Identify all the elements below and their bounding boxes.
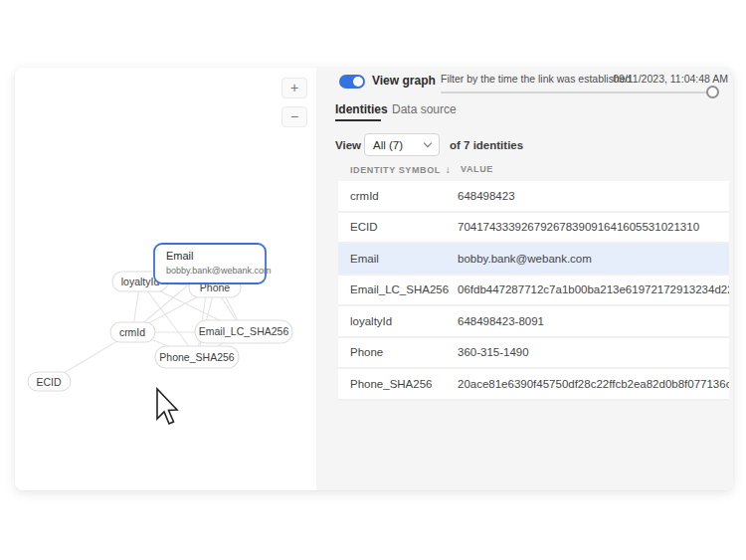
filter-timestamp: 09/11/2023, 11:04:48 AM — [613, 73, 728, 85]
table-row[interactable]: Email_LC_SHA256 06fdb447287712c7a1b00ba2… — [338, 276, 729, 307]
identity-graph-svg: loyaltyId Phone crmId Email_LC_SHA256 Ph… — [15, 68, 316, 490]
time-slider-handle[interactable] — [706, 86, 719, 98]
chevron-down-icon — [424, 139, 432, 147]
table-row[interactable]: ECID 70417433392679267839091641605531021… — [338, 213, 729, 245]
identity-filter-dropdown[interactable]: All (7) — [364, 133, 440, 156]
identity-symbol-cell: loyaltyId — [350, 315, 458, 327]
table-row-selected[interactable]: Email bobby.bank@webank.com — [338, 244, 729, 276]
identities-table: crmId 648498423 ECID 7041743339267926783… — [338, 181, 729, 401]
identity-value-cell: bobby.bank@webank.com — [458, 253, 729, 265]
table-row[interactable]: loyaltyId 648498423-8091 — [338, 306, 729, 338]
identity-value-cell: 70417433392679267839091641605531021310 — [458, 221, 729, 233]
graph-node-email-selected[interactable]: Email bobby.bank@webank.com — [154, 244, 272, 283]
mouse-cursor-icon — [157, 389, 177, 424]
dropdown-selected-value: All (7) — [373, 139, 425, 151]
identity-symbol-cell: Phone — [350, 346, 458, 358]
column-header-value: VALUE — [461, 164, 493, 174]
graph-node-crmid[interactable]: crmId — [110, 322, 155, 342]
toggle-knob — [353, 77, 363, 87]
identity-symbol-cell: ECID — [350, 221, 458, 233]
graph-node-phone-sha256[interactable]: Phone_SHA256 — [155, 346, 239, 368]
table-row[interactable]: Phone 360-315-1490 — [338, 338, 729, 370]
time-slider-track[interactable] — [441, 92, 719, 93]
zoom-out-button[interactable]: − — [281, 106, 307, 127]
graph-canvas[interactable]: + − — [15, 68, 316, 490]
tab-identities[interactable]: Identities — [335, 102, 388, 116]
graph-node-email-lc-sha256[interactable]: Email_LC_SHA256 — [195, 320, 292, 343]
tab-data-source[interactable]: Data source — [392, 102, 457, 116]
identity-details-panel: View graph Filter by the time the link w… — [316, 68, 733, 490]
identity-value-cell: 360-315-1490 — [458, 346, 729, 358]
identity-value-cell: 20ace81e6390f45750df28c22ffcb2ea82d0b8f0… — [458, 378, 729, 390]
view-graph-label: View graph — [372, 74, 436, 88]
identity-symbol-cell: Phone_SHA256 — [350, 378, 458, 390]
filter-time-label: Filter by the time the link was establis… — [441, 73, 631, 85]
sort-descending-icon[interactable]: ↓ — [446, 164, 452, 175]
svg-text:bobby.bank@webank.com: bobby.bank@webank.com — [166, 266, 272, 276]
table-row[interactable]: Phone_SHA256 20ace81e6390f45750df28c22ff… — [338, 369, 729, 401]
svg-text:Email: Email — [166, 250, 194, 262]
identity-value-cell: 648498423 — [458, 190, 729, 202]
svg-text:crmId: crmId — [119, 326, 145, 338]
identity-value-cell: 06fdb447287712c7a1b00ba213e6197217291323… — [458, 283, 729, 295]
identity-graph-card: + − — [15, 68, 733, 490]
column-header-identity-symbol[interactable]: IDENTITY SYMBOL↓ — [350, 164, 451, 175]
identity-symbol-cell: Email — [350, 253, 458, 265]
graph-node-ecid[interactable]: ECID — [28, 372, 71, 391]
view-label: View — [335, 139, 361, 151]
svg-text:Phone_SHA256: Phone_SHA256 — [159, 351, 234, 363]
active-tab-underline — [335, 119, 381, 121]
view-graph-toggle[interactable] — [339, 75, 365, 89]
svg-text:Email_LC_SHA256: Email_LC_SHA256 — [199, 325, 289, 337]
identity-symbol-cell: Email_LC_SHA256 — [350, 283, 458, 295]
table-row[interactable]: crmId 648498423 — [338, 181, 729, 213]
zoom-controls: + − — [281, 78, 307, 127]
zoom-in-button[interactable]: + — [281, 78, 307, 98]
identity-count-label: of 7 identities — [450, 139, 523, 151]
identity-symbol-cell: crmId — [350, 190, 458, 202]
svg-text:ECID: ECID — [36, 376, 62, 388]
identity-value-cell: 648498423-8091 — [458, 315, 729, 327]
